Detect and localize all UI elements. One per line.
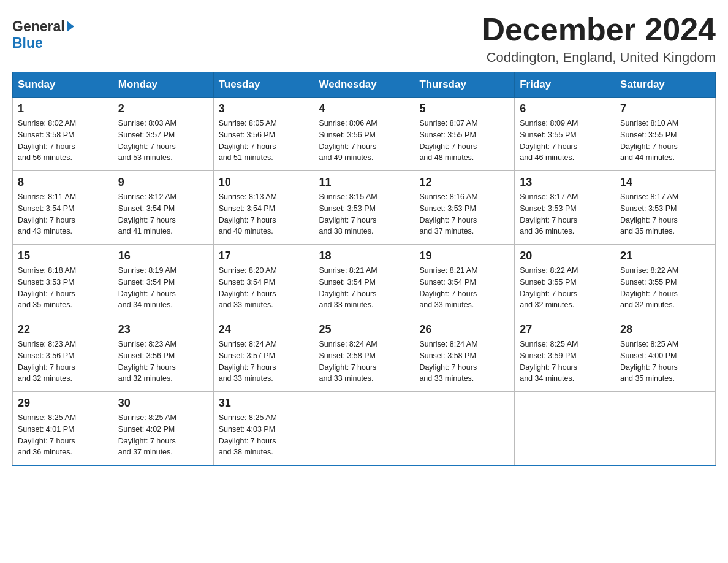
calendar-cell: 24 Sunrise: 8:24 AMSunset: 3:57 PMDaylig… xyxy=(213,318,314,392)
calendar-cell: 15 Sunrise: 8:18 AMSunset: 3:53 PMDaylig… xyxy=(13,245,113,318)
day-number: 21 xyxy=(620,250,710,262)
calendar-cell xyxy=(515,392,615,465)
day-info: Sunrise: 8:25 AMSunset: 4:01 PMDaylight:… xyxy=(18,413,76,456)
logo-triangle-icon xyxy=(67,21,74,32)
day-info: Sunrise: 8:24 AMSunset: 3:58 PMDaylight:… xyxy=(319,340,377,383)
day-number: 12 xyxy=(419,176,509,189)
calendar-cell: 12 Sunrise: 8:16 AMSunset: 3:53 PMDaylig… xyxy=(414,171,515,245)
calendar-cell xyxy=(414,392,515,465)
day-number: 5 xyxy=(419,102,509,115)
day-number: 3 xyxy=(219,102,309,115)
calendar-cell: 7 Sunrise: 8:10 AMSunset: 3:55 PMDayligh… xyxy=(615,98,716,171)
day-info: Sunrise: 8:19 AMSunset: 3:54 PMDaylight:… xyxy=(118,266,176,309)
day-number: 20 xyxy=(520,250,610,262)
day-info: Sunrise: 8:25 AMSunset: 4:00 PMDaylight:… xyxy=(620,340,678,383)
day-info: Sunrise: 8:25 AMSunset: 3:59 PMDaylight:… xyxy=(520,340,578,383)
day-info: Sunrise: 8:17 AMSunset: 3:53 PMDaylight:… xyxy=(620,193,678,236)
day-number: 8 xyxy=(18,176,108,189)
header-monday: Monday xyxy=(113,72,213,98)
day-info: Sunrise: 8:06 AMSunset: 3:56 PMDaylight:… xyxy=(319,119,377,162)
day-number: 6 xyxy=(520,102,610,115)
header-wednesday: Wednesday xyxy=(314,72,414,98)
day-info: Sunrise: 8:23 AMSunset: 3:56 PMDaylight:… xyxy=(118,340,176,383)
page-header: General Blue December 2024 Coddington, E… xyxy=(12,12,716,66)
day-number: 28 xyxy=(620,323,710,336)
day-info: Sunrise: 8:21 AMSunset: 3:54 PMDaylight:… xyxy=(319,266,377,309)
logo-blue-text: Blue xyxy=(12,35,43,51)
calendar-cell: 18 Sunrise: 8:21 AMSunset: 3:54 PMDaylig… xyxy=(314,245,414,318)
day-info: Sunrise: 8:25 AMSunset: 4:02 PMDaylight:… xyxy=(118,413,176,456)
day-info: Sunrise: 8:23 AMSunset: 3:56 PMDaylight:… xyxy=(18,340,76,383)
calendar-cell: 13 Sunrise: 8:17 AMSunset: 3:53 PMDaylig… xyxy=(515,171,615,245)
day-info: Sunrise: 8:15 AMSunset: 3:53 PMDaylight:… xyxy=(319,193,377,236)
day-info: Sunrise: 8:10 AMSunset: 3:55 PMDaylight:… xyxy=(620,119,678,162)
day-info: Sunrise: 8:12 AMSunset: 3:54 PMDaylight:… xyxy=(118,193,176,236)
header-sunday: Sunday xyxy=(13,72,113,98)
day-info: Sunrise: 8:02 AMSunset: 3:58 PMDaylight:… xyxy=(18,119,76,162)
calendar-cell: 25 Sunrise: 8:24 AMSunset: 3:58 PMDaylig… xyxy=(314,318,414,392)
day-info: Sunrise: 8:07 AMSunset: 3:55 PMDaylight:… xyxy=(419,119,477,162)
day-info: Sunrise: 8:05 AMSunset: 3:56 PMDaylight:… xyxy=(219,119,277,162)
day-info: Sunrise: 8:03 AMSunset: 3:57 PMDaylight:… xyxy=(118,119,176,162)
calendar-cell xyxy=(615,392,716,465)
calendar-cell: 1 Sunrise: 8:02 AMSunset: 3:58 PMDayligh… xyxy=(13,98,113,171)
calendar-title: December 2024 xyxy=(482,12,716,47)
day-info: Sunrise: 8:25 AMSunset: 4:03 PMDaylight:… xyxy=(219,413,277,456)
calendar-cell: 17 Sunrise: 8:20 AMSunset: 3:54 PMDaylig… xyxy=(213,245,314,318)
day-number: 19 xyxy=(419,250,509,262)
logo-general-text: General xyxy=(12,18,65,35)
calendar-subtitle: Coddington, England, United Kingdom xyxy=(482,50,716,66)
calendar-cell: 29 Sunrise: 8:25 AMSunset: 4:01 PMDaylig… xyxy=(13,392,113,465)
calendar-cell: 6 Sunrise: 8:09 AMSunset: 3:55 PMDayligh… xyxy=(515,98,615,171)
day-number: 24 xyxy=(219,323,309,336)
day-number: 7 xyxy=(620,102,710,115)
calendar-cell: 22 Sunrise: 8:23 AMSunset: 3:56 PMDaylig… xyxy=(13,318,113,392)
day-number: 4 xyxy=(319,102,409,115)
header-friday: Friday xyxy=(515,72,615,98)
day-info: Sunrise: 8:24 AMSunset: 3:58 PMDaylight:… xyxy=(419,340,477,383)
calendar-cell: 14 Sunrise: 8:17 AMSunset: 3:53 PMDaylig… xyxy=(615,171,716,245)
day-number: 14 xyxy=(620,176,710,189)
day-number: 15 xyxy=(18,250,108,262)
calendar-cell: 10 Sunrise: 8:13 AMSunset: 3:54 PMDaylig… xyxy=(213,171,314,245)
day-number: 30 xyxy=(118,397,208,410)
header-row: Sunday Monday Tuesday Wednesday Thursday… xyxy=(13,72,716,98)
header-thursday: Thursday xyxy=(414,72,515,98)
calendar-cell: 30 Sunrise: 8:25 AMSunset: 4:02 PMDaylig… xyxy=(113,392,213,465)
calendar-cell: 20 Sunrise: 8:22 AMSunset: 3:55 PMDaylig… xyxy=(515,245,615,318)
calendar-cell: 21 Sunrise: 8:22 AMSunset: 3:55 PMDaylig… xyxy=(615,245,716,318)
title-section: December 2024 Coddington, England, Unite… xyxy=(482,12,716,66)
day-info: Sunrise: 8:16 AMSunset: 3:53 PMDaylight:… xyxy=(419,193,477,236)
day-number: 17 xyxy=(219,250,309,262)
day-info: Sunrise: 8:18 AMSunset: 3:53 PMDaylight:… xyxy=(18,266,76,309)
day-number: 23 xyxy=(118,323,208,336)
day-number: 22 xyxy=(18,323,108,336)
day-number: 11 xyxy=(319,176,409,189)
day-info: Sunrise: 8:09 AMSunset: 3:55 PMDaylight:… xyxy=(520,119,578,162)
calendar-cell xyxy=(314,392,414,465)
calendar-cell: 11 Sunrise: 8:15 AMSunset: 3:53 PMDaylig… xyxy=(314,171,414,245)
calendar-cell: 2 Sunrise: 8:03 AMSunset: 3:57 PMDayligh… xyxy=(113,98,213,171)
calendar-table: Sunday Monday Tuesday Wednesday Thursday… xyxy=(12,72,716,466)
calendar-cell: 26 Sunrise: 8:24 AMSunset: 3:58 PMDaylig… xyxy=(414,318,515,392)
calendar-cell: 8 Sunrise: 8:11 AMSunset: 3:54 PMDayligh… xyxy=(13,171,113,245)
calendar-cell: 28 Sunrise: 8:25 AMSunset: 4:00 PMDaylig… xyxy=(615,318,716,392)
day-info: Sunrise: 8:11 AMSunset: 3:54 PMDaylight:… xyxy=(18,193,76,236)
logo: General Blue xyxy=(12,12,74,52)
day-number: 9 xyxy=(118,176,208,189)
day-info: Sunrise: 8:22 AMSunset: 3:55 PMDaylight:… xyxy=(620,266,678,309)
header-tuesday: Tuesday xyxy=(213,72,314,98)
day-number: 13 xyxy=(520,176,610,189)
day-number: 16 xyxy=(118,250,208,262)
day-number: 29 xyxy=(18,397,108,410)
day-info: Sunrise: 8:20 AMSunset: 3:54 PMDaylight:… xyxy=(219,266,277,309)
calendar-cell: 19 Sunrise: 8:21 AMSunset: 3:54 PMDaylig… xyxy=(414,245,515,318)
day-info: Sunrise: 8:24 AMSunset: 3:57 PMDaylight:… xyxy=(219,340,277,383)
day-info: Sunrise: 8:22 AMSunset: 3:55 PMDaylight:… xyxy=(520,266,578,309)
day-info: Sunrise: 8:17 AMSunset: 3:53 PMDaylight:… xyxy=(520,193,578,236)
day-number: 10 xyxy=(219,176,309,189)
calendar-cell: 4 Sunrise: 8:06 AMSunset: 3:56 PMDayligh… xyxy=(314,98,414,171)
day-number: 27 xyxy=(520,323,610,336)
day-number: 18 xyxy=(319,250,409,262)
day-info: Sunrise: 8:13 AMSunset: 3:54 PMDaylight:… xyxy=(219,193,277,236)
